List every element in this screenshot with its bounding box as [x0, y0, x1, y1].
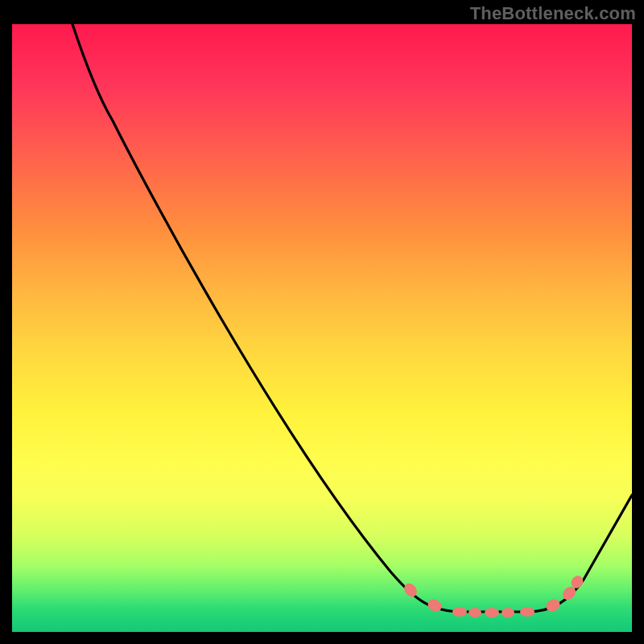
marker-group: [402, 573, 585, 617]
svg-point-2: [452, 607, 467, 617]
svg-point-6: [520, 607, 535, 617]
svg-point-5: [502, 608, 514, 617]
chart-frame: TheBottleneck.com: [0, 0, 644, 644]
svg-point-1: [426, 597, 444, 614]
svg-point-4: [485, 608, 499, 617]
svg-point-7: [544, 597, 562, 614]
bottleneck-curve: [12, 24, 632, 632]
curve-path: [72, 24, 632, 612]
watermark-text: TheBottleneck.com: [470, 3, 636, 24]
svg-point-3: [469, 608, 481, 617]
plot-area: [12, 24, 632, 632]
